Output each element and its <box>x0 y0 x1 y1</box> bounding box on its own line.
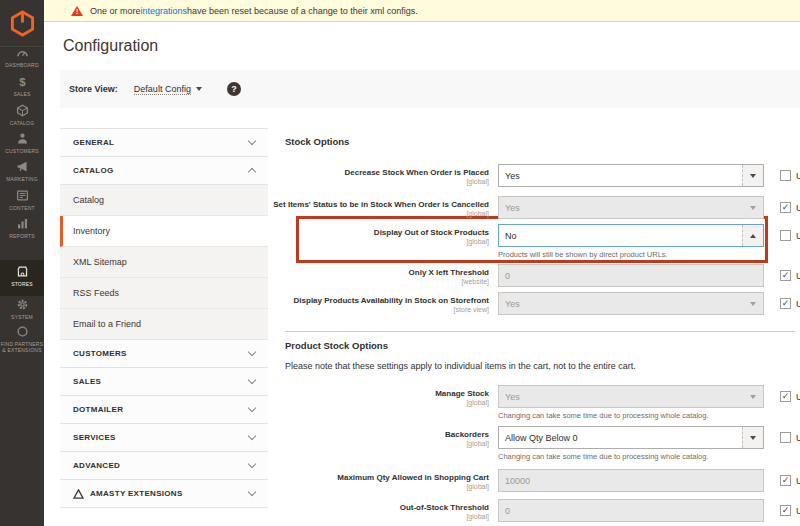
svg-text:$: $ <box>19 76 26 88</box>
field-label: Only X left Threshold <box>409 268 489 277</box>
field-scope: [global] <box>466 210 489 217</box>
chevron-down-icon <box>248 348 256 356</box>
nav-section-dotmailer[interactable]: DOTMAILER <box>60 396 268 424</box>
field-scope: [global] <box>466 483 489 490</box>
select-items-status: Yes <box>498 196 764 219</box>
field-row-only-x-left: Only X left Threshold [website] Use syst… <box>285 264 800 287</box>
help-icon[interactable]: ? <box>227 82 241 96</box>
nav-section-amasty-extensions[interactable]: AMASTY EXTENSIONS <box>60 480 268 508</box>
sidebar-item-label: FIND PARTNERS & EXTENSIONS <box>0 341 44 353</box>
warning-icon: ! <box>71 6 83 16</box>
notification-bar: ! One or more integrations have been res… <box>44 0 800 22</box>
magento-logo-icon <box>10 10 35 37</box>
store-view-bar: Store View: Default Config ? <box>60 70 800 108</box>
select-availability-storefront: Yes <box>498 292 764 315</box>
nav-section-customers[interactable]: CUSTOMERS <box>60 340 268 368</box>
use-system-value-checkbox[interactable] <box>780 391 791 402</box>
catalog-icon <box>0 104 44 118</box>
nav-item-xml-sitemap[interactable]: XML Sitemap <box>60 247 268 278</box>
section-divider <box>285 331 795 332</box>
use-system-value-checkbox[interactable] <box>780 230 791 241</box>
field-label: Display Products Availability in Stock o… <box>294 296 489 305</box>
field-note: Changing can take some time due to proce… <box>498 452 764 461</box>
field-row-out-of-stock-threshold: Out-of-Stock Threshold [global] Use syst… <box>285 499 800 522</box>
sidebar-item-marketing[interactable]: MARKETING <box>0 160 44 182</box>
nav-section-services[interactable]: SERVICES <box>60 424 268 452</box>
use-system-value-checkbox[interactable] <box>780 170 791 181</box>
sidebar-item-sales[interactable]: $ SALES <box>0 75 44 97</box>
chevron-up-icon <box>248 168 256 176</box>
chevron-down-icon <box>248 488 256 496</box>
select-manage-stock: Yes <box>498 385 764 408</box>
field-row-availability-storefront: Display Products Availability in Stock o… <box>285 292 800 315</box>
use-system-value-checkbox[interactable] <box>780 505 791 516</box>
select-backorders[interactable]: Allow Qty Below 0 <box>498 426 764 449</box>
field-row-decrease-stock: Decrease Stock When Order is Placed [glo… <box>285 164 800 187</box>
nav-section-advanced[interactable]: ADVANCED <box>60 452 268 480</box>
sidebar-item-label: DASHBOARD <box>0 62 44 68</box>
chevron-down-icon <box>742 293 763 314</box>
field-scope: [global] <box>466 440 489 447</box>
marketing-icon <box>0 160 44 174</box>
nav-item-inventory[interactable]: Inventory <box>60 216 268 247</box>
input-out-of-stock-threshold <box>498 499 764 522</box>
field-label: Manage Stock <box>435 389 489 398</box>
use-system-value-checkbox[interactable] <box>780 432 791 443</box>
use-system-value-checkbox[interactable] <box>780 202 791 213</box>
customers-icon <box>0 132 44 146</box>
nav-section-general[interactable]: GENERAL <box>60 129 268 157</box>
field-scope: [global] <box>466 178 489 185</box>
sidebar-item-system[interactable]: SYSTEM <box>0 298 44 320</box>
integrations-link[interactable]: integrations <box>141 6 188 16</box>
chevron-down-icon <box>742 197 763 218</box>
input-max-qty-shopping-cart <box>498 469 764 492</box>
chevron-down-icon <box>742 386 763 407</box>
use-system-value-checkbox[interactable] <box>780 475 791 486</box>
select-display-out-of-stock[interactable]: No <box>498 224 764 247</box>
notification-text-after: have been reset because of a change to t… <box>187 6 418 16</box>
use-system-value-checkbox[interactable] <box>780 270 791 281</box>
sidebar-item-catalog[interactable]: CATALOG <box>0 104 44 126</box>
section-note: Please note that these settings apply to… <box>285 361 636 371</box>
chevron-down-icon[interactable] <box>196 87 202 91</box>
chevron-down-icon <box>742 165 763 186</box>
dashboard-icon <box>0 46 44 60</box>
nav-section-catalog[interactable]: CATALOG <box>60 157 268 185</box>
nav-item-rss-feeds[interactable]: RSS Feeds <box>60 278 268 309</box>
field-label: Out-of-Stock Threshold <box>400 503 489 512</box>
sidebar-item-content[interactable]: CONTENT <box>0 189 44 211</box>
nav-item-catalog[interactable]: Catalog <box>60 185 268 216</box>
nav-section-sales[interactable]: SALES <box>60 368 268 396</box>
field-scope: [website] <box>461 278 489 285</box>
field-row-max-qty: Maximum Qty Allowed in Shopping Cart [gl… <box>285 469 800 492</box>
admin-sidebar: DASHBOARD $ SALES CATALOG CUSTOMERS MARK… <box>0 0 44 526</box>
field-label: Backorders <box>445 430 489 439</box>
sidebar-item-dashboard[interactable]: DASHBOARD <box>0 46 44 68</box>
use-system-value-checkbox[interactable] <box>780 298 791 309</box>
chevron-down-icon <box>248 460 256 468</box>
sidebar-item-label: CATALOG <box>0 120 44 126</box>
chevron-down-icon <box>248 376 256 384</box>
sidebar-item-label: CONTENT <box>0 205 44 211</box>
chevron-down-icon <box>248 137 256 145</box>
section-title-stock-options: Stock Options <box>285 136 349 147</box>
sidebar-item-find-partners[interactable]: FIND PARTNERS & EXTENSIONS <box>0 325 44 353</box>
sales-icon: $ <box>0 75 44 89</box>
field-scope: [global] <box>466 399 489 406</box>
field-scope: [global] <box>466 513 489 520</box>
nav-item-email-to-a-friend[interactable]: Email to a Friend <box>60 309 268 340</box>
sidebar-item-customers[interactable]: CUSTOMERS <box>0 132 44 154</box>
sidebar-item-label: STORES <box>0 281 44 287</box>
amasty-icon <box>73 489 84 499</box>
sidebar-item-stores[interactable]: STORES <box>0 260 44 296</box>
store-view-switcher[interactable]: Default Config <box>134 84 191 95</box>
chevron-down-icon <box>248 432 256 440</box>
field-label: Maximum Qty Allowed in Shopping Cart <box>337 473 489 482</box>
field-row-items-status: Set Items' Status to be in Stock When Or… <box>285 196 800 219</box>
magento-logo[interactable] <box>0 0 44 47</box>
sidebar-item-reports[interactable]: REPORTS <box>0 217 44 239</box>
field-row-manage-stock: Manage Stock [global] Yes Changing can t… <box>285 385 800 420</box>
field-scope: [global] <box>466 238 489 245</box>
select-decrease-stock[interactable]: Yes <box>498 164 764 187</box>
input-only-x-left-threshold <box>498 264 764 287</box>
